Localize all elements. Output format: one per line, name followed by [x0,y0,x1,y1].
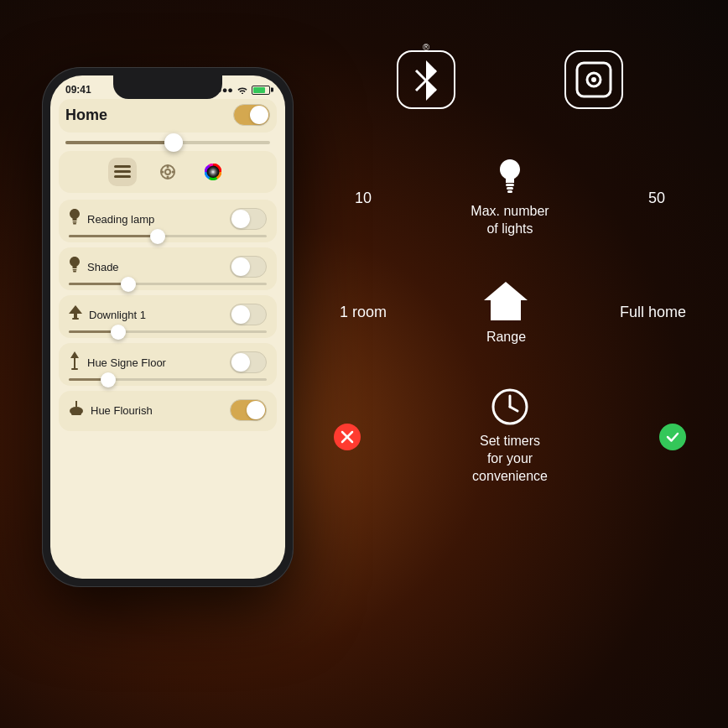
wifi-icon [237,85,248,96]
device-slider[interactable] [69,330,267,333]
svg-rect-29 [507,187,513,190]
device-name: Reading lamp [87,213,154,226]
svg-rect-13 [73,223,76,225]
svg-rect-19 [71,368,78,370]
toggle-knob [231,353,250,372]
slider-track [65,141,270,144]
svg-rect-2 [114,175,131,178]
tab-color[interactable] [199,158,227,186]
toggle-knob [231,257,250,276]
device-reading-lamp: Reading lamp [59,200,277,242]
x-icon [340,429,355,445]
hub-icon-container [564,50,623,109]
svg-point-5 [167,166,169,169]
range-left-value: 1 room [334,304,393,321]
status-icons: ●●● [216,85,270,96]
toggle-knob [231,305,250,324]
tab-settings[interactable] [153,158,182,186]
svg-rect-14 [73,269,77,271]
timers-left-indicator [334,424,361,450]
device-toggle[interactable] [230,208,267,230]
svg-point-27 [591,77,596,82]
app-content: Home [50,99,285,431]
device-name: Shade [87,261,119,273]
device-row: Hue Signe Floor [69,351,267,373]
device-left: Hue Flourish [69,401,153,419]
device-slider[interactable] [69,378,267,381]
comparison-area: ® 10 [325,50,694,528]
status-time: 09:41 [65,84,91,96]
bulb-icon [69,209,81,229]
home-title: Home [65,107,107,124]
hub-icon [575,60,613,99]
home-toggle[interactable] [233,104,270,126]
hub-block [564,50,623,109]
toggle-knob [231,210,250,228]
device-downlight: Downlight 1 [59,295,277,338]
bluetooth-icon-container [397,50,455,109]
toggle-knob [250,106,268,124]
phone-inner: 09:41 ●●● [50,75,285,579]
range-center: Range [393,280,620,346]
svg-point-8 [172,171,174,174]
svg-rect-0 [114,165,131,168]
phone-notch [113,75,222,99]
device-left: Shade [69,257,119,277]
device-slider[interactable] [69,283,267,285]
floor-lamp-icon [69,351,81,373]
svg-line-35 [510,407,517,411]
lights-left-value: 10 [334,190,393,207]
tab-list[interactable] [108,158,137,186]
svg-rect-30 [507,190,512,193]
clock-center-icon [491,387,529,426]
svg-point-6 [167,176,169,179]
timers-center: Set timersfor yourconvenience [361,387,659,485]
reg-mark: ® [423,42,429,52]
phone-mockup: 09:41 ●●● [42,67,294,671]
range-center-label: Range [486,329,526,346]
slider-fill [65,141,178,144]
device-toggle[interactable] [230,304,267,325]
check-icon [665,429,680,445]
brightness-slider[interactable] [59,138,277,151]
device-hue-signe: Hue Signe Floor [59,343,277,386]
slider-thumb [164,133,183,152]
device-row: Downlight 1 [69,304,267,325]
svg-rect-18 [74,358,75,368]
device-toggle[interactable] [230,256,267,278]
lights-center: Max. numberof lights [393,159,627,238]
device-name: Hue Signe Floor [87,356,166,369]
comparison-row-timers: Set timersfor yourconvenience [325,387,694,485]
device-left: Downlight 1 [69,305,146,324]
svg-rect-22 [71,413,81,415]
device-shade: Shade [59,247,277,290]
svg-rect-17 [72,318,79,320]
device-slider[interactable] [69,235,267,237]
lights-center-label: Max. numberof lights [471,203,549,238]
comparison-row-range: 1 room Range Full home [325,280,694,346]
device-row: Shade [69,256,267,278]
svg-point-7 [162,171,164,174]
toggle-knob [247,401,265,419]
svg-rect-15 [73,271,76,273]
device-row: Hue Flourish [69,399,267,421]
phone-outer: 09:41 ●●● [42,67,294,587]
svg-point-3 [165,169,170,174]
svg-rect-28 [506,184,514,186]
home-header: Home [59,99,277,133]
device-name: Downlight 1 [89,309,146,321]
page-content: 09:41 ●●● [0,0,728,728]
device-left: Reading lamp [69,209,154,229]
battery-icon [252,86,270,95]
svg-rect-12 [73,221,77,223]
device-left: Hue Signe Floor [69,351,166,373]
range-right-value: Full home [620,304,686,321]
bulb-icon [69,257,81,277]
device-toggle[interactable] [230,399,267,421]
device-hue-flourish: Hue Flourish [59,391,277,431]
device-toggle[interactable] [230,351,267,373]
timers-right-indicator [659,424,686,450]
top-icons-row: ® [325,50,694,109]
bulb-center-icon [498,159,522,196]
ceiling-icon [69,305,82,324]
